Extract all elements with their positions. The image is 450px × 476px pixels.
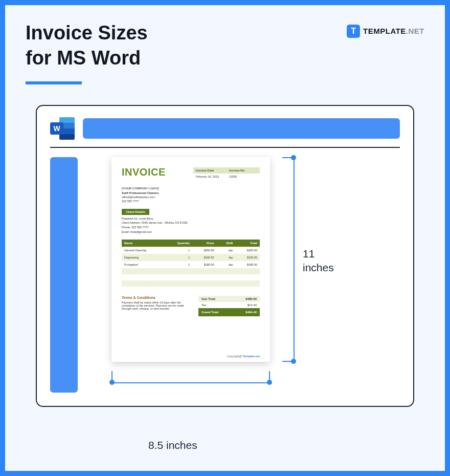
brand-text-wrap: TEMPLATE.NET xyxy=(363,27,424,36)
meta-head-no: Invoice No xyxy=(227,167,260,174)
table-row: Degreasing 1 $100.00 day $100.00 xyxy=(122,254,260,261)
invoice-meta: Invoice Date Invoice No February 16, 202… xyxy=(193,167,260,180)
brand-suffix: .NET xyxy=(406,27,424,35)
col-name: Name xyxy=(122,240,165,247)
grandtotal-label: Grand Total xyxy=(201,311,218,314)
header: Invoice Sizes for MS Word T TEMPLATE.NET xyxy=(26,20,424,71)
tax-value: $14.40 xyxy=(248,304,257,307)
col-price: Price xyxy=(192,240,216,247)
window-titlebar: W xyxy=(50,117,400,140)
client-prepared: Prepared for: Linda Barry xyxy=(122,217,260,221)
invoice-table: Name Quantity Price Shift Total General … xyxy=(122,240,260,287)
table-row: General Cleaning 1 $200.00 day $200.00 xyxy=(122,247,260,254)
brand-logo: T TEMPLATE.NET xyxy=(347,25,424,38)
table-row: Fumigation 1 $180.00 day $180.00 xyxy=(122,261,260,268)
window-divider xyxy=(50,147,400,148)
table-row-blank xyxy=(122,268,260,274)
table-row-blank xyxy=(122,280,260,287)
client-block: Prepared for: Linda Barry Client Address… xyxy=(122,217,260,234)
meta-head-date: Invoice Date xyxy=(193,167,227,174)
title-block: Invoice Sizes for MS Word xyxy=(26,20,148,71)
ms-word-icon: W xyxy=(50,117,75,140)
terms-block: Terms & Conditions Payment shall be made… xyxy=(122,296,192,316)
tax-label: Tax xyxy=(201,304,206,307)
canvas-area: INVOICE Invoice Date Invoice No February… xyxy=(111,157,400,393)
client-email: Email: linda@gmail.com xyxy=(122,230,260,234)
invoice-document: INVOICE Invoice Date Invoice No February… xyxy=(111,157,270,362)
terms-title: Terms & Conditions xyxy=(122,296,192,299)
company-logo-placeholder: [YOUR COMPANY LOGO] xyxy=(122,186,260,191)
height-label: 11 inches xyxy=(303,247,334,275)
side-panel xyxy=(50,157,78,393)
grandtotal-value: $494.40 xyxy=(245,311,257,314)
client-header: Client Details xyxy=(122,209,149,215)
subtotal-label: Sub Total xyxy=(201,297,215,300)
company-block: [YOUR COMPANY LOGO] Swift Professional C… xyxy=(122,186,260,204)
page-title-line1: Invoice Sizes xyxy=(26,20,148,46)
table-row-blank xyxy=(122,274,260,280)
width-dimension-line xyxy=(111,371,270,383)
company-phone: 222 555 7777 xyxy=(122,199,260,203)
ribbon-bar xyxy=(83,118,400,139)
meta-no: 13250 xyxy=(227,174,260,180)
height-dimension-line xyxy=(282,157,295,362)
totals-block: Sub Total $480.00 Tax $14.40 Grand Total… xyxy=(198,296,260,316)
brand-text: TEMPLATE xyxy=(363,27,406,35)
subtotal-value: $480.00 xyxy=(245,297,257,300)
bottom-area: Terms & Conditions Payment shall be made… xyxy=(122,296,260,316)
client-phone: Phone: 222 555 7777 xyxy=(122,225,260,230)
width-label: 8.5 inches xyxy=(148,439,197,451)
col-qty: Quantity xyxy=(165,240,192,247)
col-shift: Shift xyxy=(217,240,236,247)
terms-text: Payment shall be made within 10 days aft… xyxy=(122,301,192,310)
page-title-line2: for MS Word xyxy=(26,46,148,71)
col-total: Total xyxy=(236,240,260,247)
copyright: Copyright@ Template.net xyxy=(227,355,260,358)
meta-date: February 16, 2023 xyxy=(193,174,227,180)
outer-frame: Invoice Sizes for MS Word T TEMPLATE.NET… xyxy=(0,0,450,476)
copyright-link: Template.net xyxy=(242,355,260,358)
client-address: Client Address: 4345 James Ave., Wichita… xyxy=(122,221,260,225)
window-body: INVOICE Invoice Date Invoice No February… xyxy=(50,157,400,393)
title-underline xyxy=(26,81,82,84)
word-window: W INVOICE Invoice Date Invoice No Februa… xyxy=(36,105,414,407)
company-name: Swift Professional Cleaners xyxy=(122,191,260,195)
company-email: official@swiftcleaners.com xyxy=(122,195,260,199)
brand-icon: T xyxy=(347,25,360,38)
